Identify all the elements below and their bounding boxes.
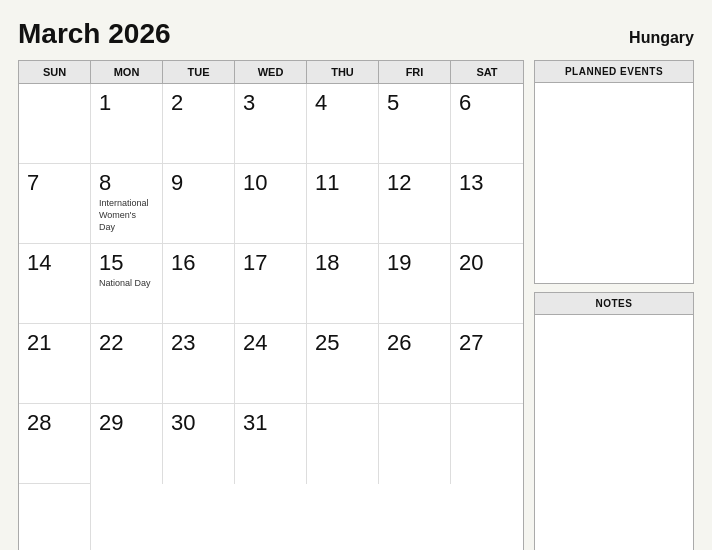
day-cell-25: 25 — [307, 324, 379, 404]
day-cell-1: 1 — [91, 84, 163, 164]
country-title: Hungary — [629, 29, 694, 47]
notes-box: NOTES — [534, 292, 694, 550]
day-cell-empty-2 — [307, 404, 379, 484]
day-header-thu: THU — [307, 61, 379, 83]
day-cell-17: 17 — [235, 244, 307, 324]
day-cell-13: 13 — [451, 164, 523, 244]
day-cell-6: 6 — [451, 84, 523, 164]
day-cell-2: 2 — [163, 84, 235, 164]
planned-events-box: PLANNED EVENTS — [534, 60, 694, 284]
day-cell-23: 23 — [163, 324, 235, 404]
day-header-sat: SAT — [451, 61, 523, 83]
day-cell-26: 26 — [379, 324, 451, 404]
day-header-wed: WED — [235, 61, 307, 83]
notes-content — [535, 315, 693, 550]
day-cell-14: 14 — [19, 244, 91, 324]
day-cell-3: 3 — [235, 84, 307, 164]
day-cell-27: 27 — [451, 324, 523, 404]
day-cell-empty — [19, 84, 91, 164]
day-cell-16: 16 — [163, 244, 235, 324]
day-header-fri: FRI — [379, 61, 451, 83]
day-header-tue: TUE — [163, 61, 235, 83]
planned-events-title: PLANNED EVENTS — [535, 61, 693, 83]
day-header-mon: MON — [91, 61, 163, 83]
day-cell-12: 12 — [379, 164, 451, 244]
day-cell-empty-3 — [379, 404, 451, 484]
day-cell-empty-4 — [451, 404, 523, 484]
day-cell-18: 18 — [307, 244, 379, 324]
day-cell-15: 15 National Day — [91, 244, 163, 324]
day-cell-31: 31 — [235, 404, 307, 484]
day-cell-20: 20 — [451, 244, 523, 324]
day-cell-11: 11 — [307, 164, 379, 244]
day-cell-10: 10 — [235, 164, 307, 244]
sidebar: PLANNED EVENTS NOTES — [534, 60, 694, 550]
day-cell-7: 7 — [19, 164, 91, 244]
day-cell-28: 28 — [19, 404, 91, 484]
planned-events-content — [535, 83, 693, 283]
notes-title: NOTES — [535, 293, 693, 315]
day-header-sun: SUN — [19, 61, 91, 83]
main-content: SUN MON TUE WED THU FRI SAT 1 2 3 4 5 6 … — [18, 60, 694, 550]
day-cell-empty-5 — [19, 484, 91, 550]
calendar-grid: 1 2 3 4 5 6 7 8 InternationalWomen's Day… — [19, 84, 523, 550]
day-cell-24: 24 — [235, 324, 307, 404]
day-cell-9: 9 — [163, 164, 235, 244]
calendar-section: SUN MON TUE WED THU FRI SAT 1 2 3 4 5 6 … — [18, 60, 524, 550]
month-title: March 2026 — [18, 18, 171, 50]
day-cell-19: 19 — [379, 244, 451, 324]
day-cell-4: 4 — [307, 84, 379, 164]
day-cell-22: 22 — [91, 324, 163, 404]
calendar-header: March 2026 Hungary — [18, 18, 694, 50]
day-cell-29: 29 — [91, 404, 163, 484]
event-national-day: National Day — [99, 278, 154, 290]
day-cell-21: 21 — [19, 324, 91, 404]
day-headers: SUN MON TUE WED THU FRI SAT — [19, 61, 523, 84]
event-intl-womens-day: InternationalWomen's Day — [99, 198, 154, 233]
day-cell-30: 30 — [163, 404, 235, 484]
day-cell-8: 8 InternationalWomen's Day — [91, 164, 163, 244]
day-cell-5: 5 — [379, 84, 451, 164]
